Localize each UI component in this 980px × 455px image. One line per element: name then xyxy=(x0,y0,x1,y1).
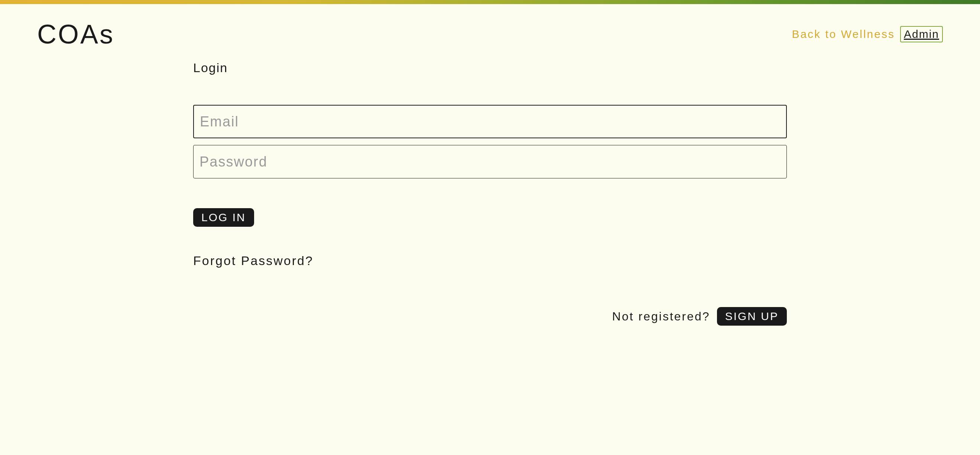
not-registered-text: Not registered? xyxy=(612,310,710,323)
login-button-wrap: LOG IN xyxy=(193,208,787,227)
top-gradient-bar xyxy=(0,0,980,4)
signup-button[interactable]: SIGN UP xyxy=(717,307,787,326)
login-heading: Login xyxy=(193,61,787,75)
forgot-password-link[interactable]: Forgot Password? xyxy=(193,254,313,268)
logo: COAs xyxy=(37,19,115,49)
back-to-wellness-link[interactable]: Back to Wellness xyxy=(792,28,895,40)
admin-link[interactable]: Admin xyxy=(900,26,943,42)
password-field[interactable] xyxy=(193,145,787,179)
header: COAs Back to Wellness Admin xyxy=(0,4,980,49)
email-field[interactable] xyxy=(193,105,787,138)
login-form: Login LOG IN Forgot Password? Not regist… xyxy=(0,49,980,326)
nav-links: Back to Wellness Admin xyxy=(792,26,943,42)
signup-row: Not registered? SIGN UP xyxy=(193,307,787,326)
login-button[interactable]: LOG IN xyxy=(193,208,254,227)
